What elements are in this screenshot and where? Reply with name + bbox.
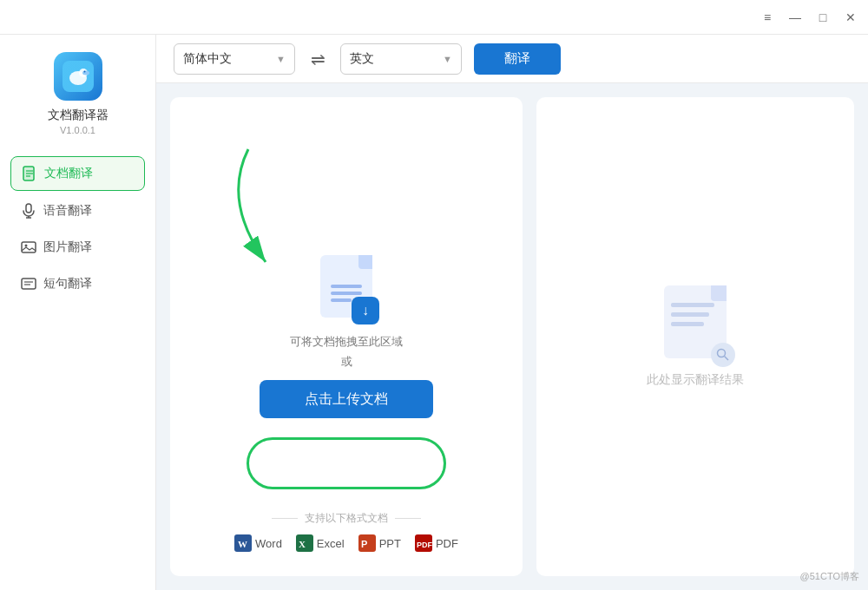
text-icon [21,276,36,292]
app-logo [54,52,102,101]
svg-line-28 [725,357,729,361]
sidebar-item-voice-translate[interactable]: 语音翻译 [10,194,145,227]
upload-panel: ↓ 可将文档拖拽至此区域 或 点击上传文档 [170,97,523,576]
ppt-icon: P [358,534,376,552]
minimize-button[interactable]: — [788,10,802,24]
svg-rect-15 [22,279,36,289]
sidebar: 文档翻译器 V1.0.0.1 文档翻译 [0,35,156,590]
format-pdf: PDF PDF [415,534,458,552]
svg-text:X: X [299,539,306,549]
translate-button[interactable]: 翻译 [474,43,561,75]
content-area: 简体中文 ▼ ⇌ 英文 ▼ 翻译 [156,35,868,590]
result-placeholder-doc [664,285,727,358]
download-arrow-badge: ↓ [352,297,379,324]
pdf-icon: PDF [415,534,432,552]
svg-rect-10 [26,204,31,213]
search-overlay-icon [711,343,735,367]
main-layout: 文档翻译器 V1.0.0.1 文档翻译 [0,35,868,590]
result-placeholder-text: 此处显示翻译结果 [647,372,744,388]
sidebar-item-doc-translate[interactable]: 文档翻译 [10,156,145,191]
sidebar-item-sentence-translate[interactable]: 短句翻译 [10,267,145,300]
formats-title: 支持以下格式文档 [272,511,421,526]
toolbar: 简体中文 ▼ ⇌ 英文 ▼ 翻译 [156,35,868,83]
supported-formats: 支持以下格式文档 W Word X [170,511,523,552]
search-icon [716,348,730,362]
format-icons: W Word X Excel [234,534,458,552]
sidebar-item-image-label: 图片翻译 [43,239,92,255]
sidebar-item-sentence-label: 短句翻译 [43,276,92,292]
svg-text:P: P [361,539,367,549]
result-panel: 此处显示翻译结果 [536,97,854,576]
green-circle-annotation [247,437,446,489]
format-ppt: P PPT [358,534,401,552]
svg-text:W: W [238,539,247,549]
watermark: @51CTO博客 [800,570,859,583]
doc-translate-icon [22,166,37,181]
menu-button[interactable]: ≡ [760,10,774,24]
sidebar-item-voice-label: 语音翻译 [43,203,92,219]
svg-point-3 [82,71,89,75]
chevron-down-icon-2: ▼ [443,54,452,64]
nav-items: 文档翻译 语音翻译 图片翻译 [0,156,155,304]
target-lang-select[interactable]: 英文 ▼ [340,43,462,75]
sidebar-item-doc-label: 文档翻译 [44,166,93,181]
swap-lang-button[interactable]: ⇌ [304,45,332,73]
format-excel: X Excel [296,534,345,552]
target-lang-label: 英文 [350,51,374,67]
svg-point-27 [718,350,726,357]
upload-button[interactable]: 点击上传文档 [260,380,433,418]
word-icon: W [234,534,252,552]
app-name: 文档翻译器 [48,108,108,123]
mic-icon [21,203,36,219]
svg-rect-13 [22,242,36,252]
source-lang-select[interactable]: 简体中文 ▼ [174,43,295,75]
panels: ↓ 可将文档拖拽至此区域 或 点击上传文档 [156,83,868,590]
svg-point-4 [83,71,85,73]
app-version: V1.0.0.1 [60,125,95,135]
drop-icon-area: ↓ [320,255,372,318]
maximize-button[interactable]: □ [816,10,830,24]
chevron-down-icon: ▼ [276,54,286,64]
drop-hint: 可将文档拖拽至此区域 或 [290,331,403,372]
svg-point-14 [25,245,28,247]
excel-icon: X [296,534,313,552]
source-lang-label: 简体中文 [183,51,232,67]
close-button[interactable]: ✕ [844,10,858,24]
sidebar-item-image-translate[interactable]: 图片翻译 [10,231,145,264]
svg-text:PDF: PDF [417,541,432,549]
titlebar: ≡ — □ ✕ [0,0,868,35]
format-word: W Word [234,534,282,552]
image-icon [21,239,36,255]
